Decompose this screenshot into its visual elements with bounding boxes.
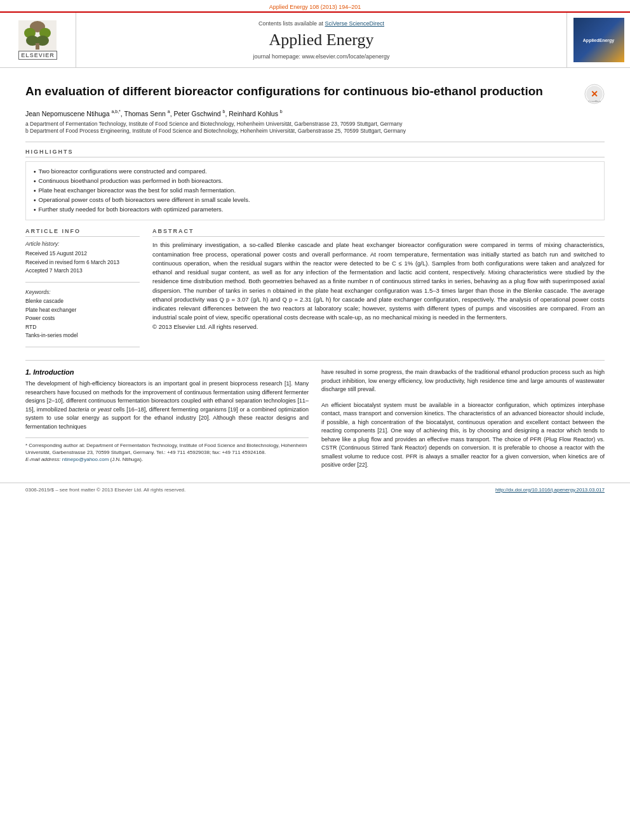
revised-date: Received in revised form 6 March 2013: [25, 258, 140, 267]
keyword-5: Tanks-in-series model: [25, 331, 140, 340]
abstract-body: In this preliminary investigation, a so-…: [152, 241, 605, 331]
footnote-email: E-mail address: ntinepo@yahoo.com (J.N. …: [25, 456, 309, 463]
info-divider: [25, 282, 140, 283]
bullet-icon: •: [34, 177, 36, 186]
info-divider-2: [25, 347, 140, 347]
highlight-1: • Two bioreactor configurations were con…: [34, 167, 596, 177]
highlight-text-5: Further study needed for both bioreactor…: [39, 205, 224, 214]
bullet-icon: •: [34, 205, 36, 215]
svg-text:✕: ✕: [591, 89, 598, 99]
abstract-title: ABSTRACT: [152, 228, 605, 237]
highlight-text-4: Operational power costs of both bioreact…: [39, 196, 250, 204]
journal-title-section: Contents lists available at SciVerse Sci…: [76, 13, 566, 67]
abstract-text: In this preliminary investigation, a so-…: [152, 241, 605, 321]
elsevier-wordmark: ELSEVIER: [18, 51, 57, 60]
highlight-4: • Operational power costs of both biorea…: [34, 196, 596, 205]
main-content: An evaluation of different bioreactor co…: [0, 68, 630, 476]
elsevier-logo-section: ELSEVIER: [0, 13, 76, 67]
highlights-box: • Two bioreactor configurations were con…: [25, 161, 605, 220]
elsevier-logo: ELSEVIER: [18, 20, 57, 60]
intro-col-right: have resulted in some progress, the main…: [321, 368, 605, 470]
journal-homepage: journal homepage: www.elsevier.com/locat…: [253, 53, 389, 60]
journal-header: ELSEVIER Contents lists available at Sci…: [0, 11, 630, 68]
page-container: Applied Energy 108 (2013) 194–201 ELSEVI…: [0, 0, 630, 497]
keywords-label: Keywords:: [25, 289, 140, 295]
divider-2: [25, 360, 605, 361]
intro-col2-text-2: An efficient biocatalyst system must be …: [321, 401, 605, 470]
sciverse-line: Contents lists available at SciVerse Sci…: [258, 20, 384, 27]
copyright-text: © 2013 Elsevier Ltd. All rights reserved…: [152, 323, 258, 330]
crossmark-icon: ✕ CrossMark: [584, 84, 605, 104]
divider-1: [25, 142, 605, 142]
journal-main-title: Applied Energy: [269, 30, 374, 50]
section-title-text: Introduction: [33, 368, 74, 376]
intro-col-left: 1. Introduction The development of high-…: [25, 368, 309, 470]
article-history: Article history: Received 15 August 2012…: [25, 241, 140, 276]
keyword-3: Power costs: [25, 314, 140, 323]
introduction-section: 1. Introduction The development of high-…: [25, 368, 605, 470]
svg-rect-6: [36, 43, 39, 50]
accepted-date: Accepted 7 March 2013: [25, 267, 140, 276]
elsevier-tree-icon: [18, 20, 57, 51]
abstract-col: ABSTRACT In this preliminary investigati…: [152, 228, 605, 354]
article-info-title: ARTICLE INFO: [25, 228, 140, 237]
logo-text: AppliedEnergy: [583, 38, 614, 43]
highlight-3: • Plate heat exchanger bioreactor was th…: [34, 186, 596, 196]
keyword-2: Plate heat exchanger: [25, 306, 140, 315]
history-label: Article history:: [25, 241, 140, 247]
highlight-5: • Further study needed for both bioreact…: [34, 205, 596, 215]
contents-available-text: Contents lists available at: [258, 20, 323, 27]
highlight-text-2: Continuous bioethanol production was per…: [39, 177, 223, 185]
highlight-2: • Continuous bioethanol production was p…: [34, 177, 596, 186]
affiliations: a Department of Fermentation Technology,…: [25, 121, 605, 136]
section-number: 1.: [25, 368, 31, 376]
intro-col1-text: The development of high-efficiency biore…: [25, 380, 309, 431]
received-date: Received 15 August 2012: [25, 250, 140, 258]
bullet-icon: •: [34, 196, 36, 205]
article-title: An evaluation of different bioreactor co…: [25, 84, 578, 100]
article-title-section: An evaluation of different bioreactor co…: [25, 84, 605, 104]
bottom-bar: 0306-2619/$ – see front matter © 2013 El…: [0, 483, 630, 497]
issn-text: 0306-2619/$ – see front matter © 2013 El…: [25, 487, 185, 493]
footnote-section: * Corresponding author at: Department of…: [25, 437, 309, 463]
highlight-text-1: Two bioreactor configurations were const…: [39, 167, 207, 176]
highlight-text-3: Plate heat exchanger bioreactor was the …: [39, 186, 236, 195]
sciverse-link[interactable]: SciVerse ScienceDirect: [325, 20, 385, 27]
journal-abbr-text: Applied Energy 108 (2013) 194–201: [269, 4, 361, 10]
article-info-col: ARTICLE INFO Article history: Received 1…: [25, 228, 140, 354]
affiliation-b: b Department of Food Process Engineering…: [25, 128, 605, 135]
highlights-section: HIGHLIGHTS • Two bioreactor configuratio…: [25, 149, 605, 220]
applied-energy-logo: AppliedEnergy: [573, 18, 624, 62]
journal-logo-section: AppliedEnergy: [566, 13, 630, 67]
affiliation-a: a Department of Fermentation Technology,…: [25, 121, 605, 128]
keywords-section: Keywords: Blenke cascade Plate heat exch…: [25, 289, 140, 340]
keyword-4: RTD: [25, 323, 140, 332]
highlights-title: HIGHLIGHTS: [25, 149, 605, 157]
bullet-icon: •: [34, 167, 36, 177]
authors-line: Jean Nepomuscene Ntihuga a,b,*, Thomas S…: [25, 109, 605, 117]
keyword-1: Blenke cascade: [25, 297, 140, 306]
intro-heading: 1. Introduction: [25, 368, 309, 376]
svg-text:CrossMark: CrossMark: [588, 100, 600, 103]
info-abstract-section: ARTICLE INFO Article history: Received 1…: [25, 228, 605, 354]
bullet-icon: •: [34, 186, 36, 196]
doi-link[interactable]: http://dx.doi.org/10.1016/j.apenergy.201…: [495, 487, 605, 493]
footnote-corresponding: * Corresponding author at: Department of…: [25, 442, 309, 456]
journal-citation: Applied Energy 108 (2013) 194–201: [0, 0, 630, 11]
intro-col2-text-1: have resulted in some progress, the main…: [321, 368, 605, 394]
